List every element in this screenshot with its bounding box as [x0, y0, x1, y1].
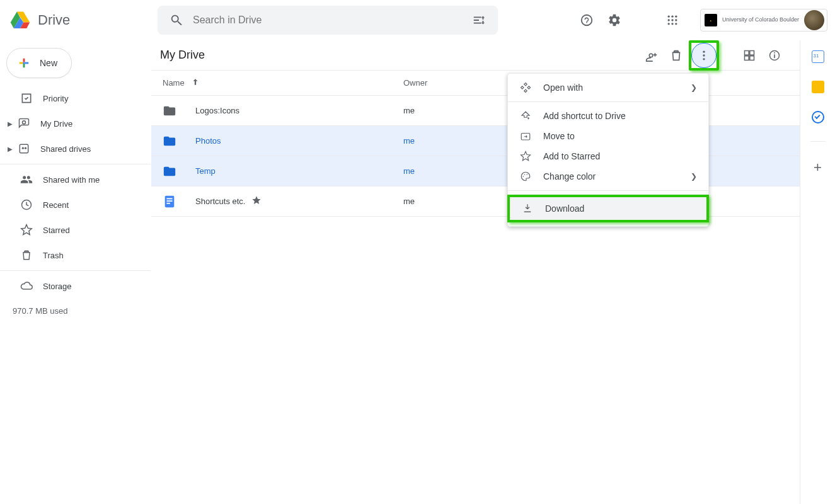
help-icon[interactable]	[574, 8, 599, 33]
svg-point-5	[671, 15, 673, 17]
shared-with-me-icon	[19, 173, 34, 186]
divider	[810, 141, 826, 142]
side-panel: +	[800, 40, 835, 504]
sidebar-label: My Drive	[40, 119, 72, 129]
new-button-label: New	[40, 58, 57, 68]
menu-add-starred[interactable]: Add to Starred	[508, 146, 708, 166]
svg-rect-14	[20, 144, 28, 152]
new-button[interactable]: New	[6, 48, 72, 78]
svg-point-7	[667, 19, 669, 21]
more-vert-icon	[698, 49, 710, 62]
svg-point-18	[703, 50, 705, 52]
recent-icon	[19, 198, 34, 211]
apps-icon[interactable]	[660, 8, 685, 33]
caret-icon[interactable]: ▶	[6, 146, 14, 152]
palette-icon	[519, 171, 532, 182]
sidebar-label: Trash	[43, 251, 64, 260]
priority-icon	[19, 92, 34, 105]
storage-used-text: 970.7 MB used	[0, 306, 151, 316]
details-icon[interactable]	[762, 43, 787, 68]
divider	[0, 270, 151, 271]
trash-icon	[19, 249, 34, 261]
search-icon[interactable]	[164, 8, 189, 33]
add-shortcut-icon	[519, 110, 532, 122]
toolbar: My Drive	[151, 40, 800, 71]
svg-rect-29	[166, 198, 172, 199]
sidebar-label: Shared with me	[43, 175, 100, 185]
sidebar-item-recent[interactable]: Recent	[0, 192, 151, 217]
folder-icon	[163, 104, 195, 118]
search-input[interactable]	[189, 14, 466, 26]
column-name[interactable]: Name	[163, 77, 403, 88]
svg-point-4	[667, 15, 669, 17]
sidebar: New Priority ▶ My Drive ▶ Shared drives	[0, 40, 151, 504]
content-area: My Drive	[151, 40, 800, 504]
more-actions-highlight	[689, 40, 719, 71]
more-actions-button[interactable]	[691, 43, 717, 68]
drive-logo-icon	[8, 8, 33, 33]
divider	[0, 164, 151, 164]
menu-change-color[interactable]: Change color ❯	[508, 166, 708, 186]
sidebar-item-my-drive[interactable]: ▶ My Drive	[0, 111, 151, 136]
header-right: ⬩ University of Colorado Boulder	[574, 8, 830, 33]
settings-icon[interactable]	[602, 8, 627, 33]
svg-point-12	[675, 23, 677, 25]
menu-move-to[interactable]: Move to	[508, 126, 708, 146]
sidebar-label: Starred	[43, 226, 70, 235]
grid-view-icon[interactable]	[737, 43, 762, 68]
file-name: Photos	[195, 136, 403, 146]
org-logo-icon: ⬩	[705, 14, 717, 26]
brand[interactable]: Drive	[8, 8, 158, 33]
search-options-icon[interactable]	[466, 8, 492, 33]
sidebar-label: Priority	[43, 94, 68, 103]
sidebar-item-shared-drives[interactable]: ▶ Shared drives	[0, 136, 151, 161]
org-name: University of Colorado Boulder	[722, 17, 799, 23]
svg-point-11	[671, 23, 673, 25]
calendar-icon[interactable]	[812, 50, 824, 63]
keep-icon[interactable]	[812, 81, 824, 93]
menu-add-shortcut[interactable]: Add shortcut to Drive	[508, 106, 708, 126]
svg-point-6	[675, 15, 677, 17]
menu-download[interactable]: Download	[510, 197, 706, 220]
svg-point-16	[25, 147, 26, 149]
sidebar-item-storage[interactable]: Storage	[0, 273, 151, 299]
svg-rect-30	[166, 200, 172, 202]
sidebar-label: Recent	[43, 200, 69, 210]
download-icon	[521, 203, 534, 214]
sidebar-label: Storage	[43, 282, 72, 291]
menu-open-with[interactable]: Open with ❯	[508, 77, 708, 98]
add-addon-icon[interactable]: +	[814, 159, 822, 176]
user-avatar[interactable]	[804, 10, 824, 30]
file-name: Logos:Icons	[195, 106, 403, 115]
shared-drives-icon	[16, 142, 32, 155]
svg-point-15	[22, 147, 24, 149]
starred-icon	[19, 224, 34, 236]
move-to-icon	[519, 130, 532, 142]
svg-point-9	[675, 19, 677, 21]
open-with-icon	[519, 82, 532, 93]
sidebar-item-shared-with-me[interactable]: Shared with me	[0, 167, 151, 192]
file-name: Temp	[195, 166, 403, 176]
chevron-right-icon: ❯	[691, 83, 697, 92]
page-title[interactable]: My Drive	[159, 49, 205, 62]
svg-rect-21	[745, 50, 749, 55]
share-icon[interactable]	[638, 43, 664, 68]
delete-icon[interactable]	[664, 43, 689, 68]
svg-point-10	[667, 23, 669, 25]
brand-name: Drive	[38, 12, 70, 28]
sort-ascending-icon	[191, 77, 200, 88]
plus-icon	[16, 55, 32, 71]
search-bar[interactable]	[158, 6, 498, 35]
sidebar-item-trash[interactable]: Trash	[0, 243, 151, 268]
sidebar-item-starred[interactable]: Starred	[0, 217, 151, 243]
tasks-icon[interactable]	[812, 111, 824, 123]
folder-icon	[163, 134, 195, 148]
caret-icon[interactable]: ▶	[6, 120, 14, 127]
svg-rect-24	[750, 55, 754, 60]
chevron-right-icon: ❯	[691, 172, 697, 181]
my-drive-icon	[16, 117, 32, 130]
sidebar-item-priority[interactable]: Priority	[0, 86, 151, 111]
organization-chip[interactable]: ⬩ University of Colorado Boulder	[700, 9, 827, 32]
svg-point-19	[703, 54, 705, 56]
svg-rect-13	[23, 62, 25, 64]
